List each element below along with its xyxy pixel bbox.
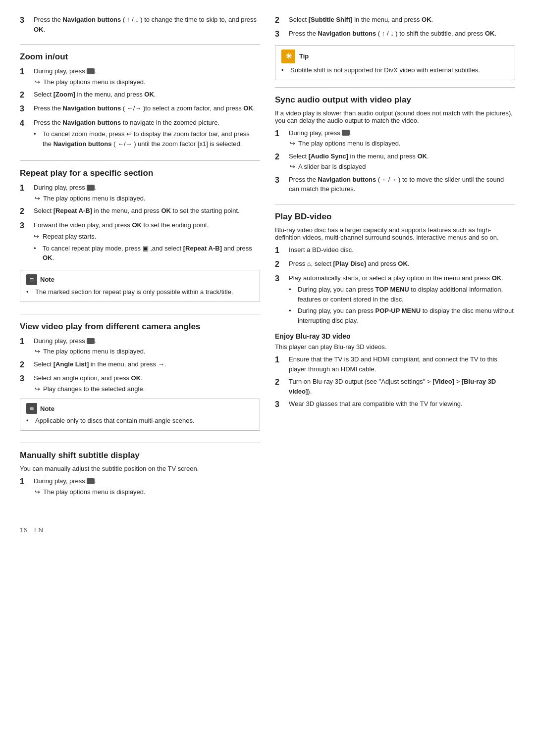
video-label: [Video] [432,378,454,385]
step-number: 3 [20,220,31,231]
bullet-item: • During play, you can press POP-UP MENU… [289,306,515,325]
bluray3d-label: [Blu-ray 3D video] [289,378,496,395]
result-text: The play options menu is displayed. [43,77,146,87]
subtitle-step-2: 2 Select [Subtitle Shift] in the menu, a… [275,15,515,26]
nav-buttons-label: Navigation buttons [318,30,376,37]
bullet-dot: • [34,129,41,139]
options-icon [87,478,95,484]
sync-step-3: 3 Press the Navigation buttons ( ←/→ ) t… [275,175,515,194]
step-text: Select [Repeat A-B] in the menu, and pre… [34,206,260,216]
step-text: Wear 3D glasses that are compatible with… [289,399,515,409]
arrow-icon: ↪ [290,162,295,172]
subtitle-step-1: 1 During play, press . ↪ The play option… [20,476,260,497]
arrow-icon: ↪ [35,384,40,394]
note-text: The marked section for repeat play is on… [35,288,233,296]
tip-box: ✳ Tip • Subtitle shift is not supported … [275,45,515,80]
bullet-dot: • [26,417,33,424]
play-disc-label: [Play Disc] [333,260,366,267]
note-icon: ≡ [26,403,37,414]
options-icon [87,185,95,191]
step-text: Press the Navigation buttons ( ↑ / ↓ ) t… [34,15,260,34]
bluray3d-subsection: Enjoy Blu-ray 3D video This player can p… [275,332,515,410]
zoom-step-2: 2 Select [Zoom] in the menu, and press O… [20,90,260,101]
bullet-dot: • [289,285,296,295]
bluray3d-step-3: 3 Wear 3D glasses that are compatible wi… [275,399,515,410]
step-text: During play, press . ↪ The play options … [34,183,260,203]
ok-label: OK [132,221,142,229]
step-number: 2 [20,206,31,217]
step-text: During play, press . ↪ The play options … [289,128,515,149]
step-text: During play, press . ↪ The play options … [34,336,260,356]
bd-step-3: 3 Play automatically starts, or select a… [275,273,515,328]
ok-label: OK [422,16,431,23]
step-number: 2 [275,151,286,162]
note-bullet: • Applicable only to discs that contain … [26,417,254,424]
result-text: A slider bar is displayed [298,162,366,172]
zoom-step-4: 4 Press the Navigation buttons to naviga… [20,118,260,151]
step-number: 3 [20,373,31,384]
step-number: 4 [20,118,31,129]
ok-label: OK [161,207,171,214]
subtitle-title: Manually shift subtitle display [20,450,260,461]
step-text: Play automatically starts, or select a p… [289,273,515,328]
step-text: Ensure that the TV is 3D and HDMI compli… [289,354,515,374]
step-text: Press the Navigation buttons to navigate… [34,118,260,151]
options-icon [342,130,350,136]
bullet-text: During play, you can press POP-UP MENU t… [298,306,515,325]
note-icon: ≡ [26,274,37,285]
nav-buttons-label: Navigation buttons [63,16,121,23]
step-text: Select [Subtitle Shift] in the menu, and… [289,15,515,25]
nav-buttons-label: Navigation buttons [318,176,376,183]
ok-label: OK [131,374,141,382]
step-text: Press the Navigation buttons ( ↑ / ↓ ) t… [289,29,515,39]
sync-audio-intro: If a video play is slower than audio out… [275,109,515,124]
step-text: Select [Angle List] in the menu, and pre… [34,359,260,369]
result-text: The play options menu is displayed. [43,194,146,203]
step-number: 1 [275,245,286,256]
step-number: 3 [275,273,286,284]
bullet-dot: • [281,66,288,74]
step-number: 1 [20,336,31,347]
repeat-ab-label: [Repeat A-B] [54,207,92,214]
bd-video-section: Play BD-video Blu-ray video disc has a l… [275,204,515,418]
step-number: 2 [275,259,286,270]
bullet-text: Repeat play starts. [43,232,96,242]
ok-label: OK [485,30,495,37]
ok-label: OK [144,91,154,98]
subtitle-cont: 2 Select [Subtitle Shift] in the menu, a… [275,15,515,85]
nav-buttons-label: Navigation buttons [63,119,121,126]
sync-step-2: 2 Select [Audio Sync] in the menu, and p… [275,151,515,172]
bluray3d-title: Enjoy Blu-ray 3D video [275,332,515,340]
note-bullet: • The marked section for repeat play is … [26,288,254,296]
subtitle-section: Manually shift subtitle display You can … [20,443,260,504]
arrow-icon: ↪ [35,487,40,497]
step-number: 1 [20,66,31,77]
bullet-text: To cancel zoom mode, press ↩ to display … [43,129,260,149]
zoom-title: Zoom in/out [20,51,260,62]
page-footer: 16 EN [0,521,535,539]
camera-step-3: 3 Select an angle option, and press OK. … [20,373,260,394]
bullet-item: • During play, you can press TOP MENU to… [289,285,515,304]
note-box: ≡ Note • The marked section for repeat p… [20,270,260,302]
sync-audio-title: Sync audio output with video play [275,95,515,105]
bd-step-2: 2 Press ⌂, select [Play Disc] and press … [275,259,515,270]
language-label: EN [34,526,43,534]
arrow-icon: ↪ [35,194,40,203]
left-column: 3 Press the Navigation buttons ( ↑ / ↓ )… [20,15,260,506]
ok-label: OK [398,260,408,267]
arrow-icon: ↪ [290,139,295,149]
angle-list-label: [Angle List] [54,360,89,368]
camera-step-1: 1 During play, press . ↪ The play option… [20,336,260,356]
bluray3d-step-1: 1 Ensure that the TV is 3D and HDMI comp… [275,354,515,374]
repeat-step-2: 2 Select [Repeat A-B] in the menu, and p… [20,206,260,217]
bluray3d-step-2: 2 Turn on Blu-ray 3D output (see "Adjust… [275,377,515,396]
audio-sync-label: [Audio Sync] [309,152,348,160]
step-number: 1 [20,476,31,487]
step-text: Select [Zoom] in the menu, and press OK. [34,90,260,100]
step-number: 3 [275,175,286,186]
bullet-text: To cancel repeat play mode, press ▣ ,and… [43,244,260,263]
note-label: Note [40,405,54,412]
zoom-label: [Zoom] [54,91,75,98]
bullet-dot: ↪ [34,232,41,242]
note-box: ≡ Note • Applicable only to discs that c… [20,399,260,431]
